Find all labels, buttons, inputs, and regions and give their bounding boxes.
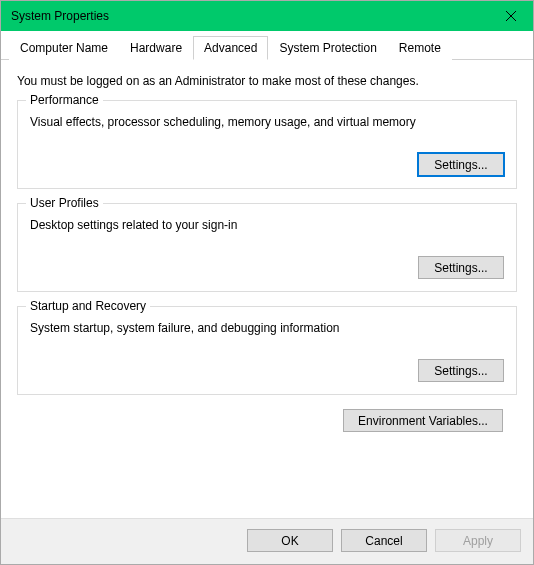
group-user-profiles-title: User Profiles xyxy=(26,196,103,210)
tab-hardware[interactable]: Hardware xyxy=(119,36,193,60)
performance-settings-button[interactable]: Settings... xyxy=(418,153,504,176)
tab-strip: Computer Name Hardware Advanced System P… xyxy=(1,31,533,60)
titlebar: System Properties xyxy=(1,1,533,31)
tab-advanced[interactable]: Advanced xyxy=(193,36,268,60)
tab-remote[interactable]: Remote xyxy=(388,36,452,60)
group-performance: Performance Visual effects, processor sc… xyxy=(17,100,517,189)
group-user-profiles: User Profiles Desktop settings related t… xyxy=(17,203,517,292)
close-icon xyxy=(506,11,516,21)
close-button[interactable] xyxy=(488,1,533,31)
apply-button[interactable]: Apply xyxy=(435,529,521,552)
group-startup-recovery-title: Startup and Recovery xyxy=(26,299,150,313)
window-title: System Properties xyxy=(11,9,109,23)
tab-content-advanced: You must be logged on as an Administrato… xyxy=(1,60,533,518)
group-user-profiles-desc: Desktop settings related to your sign-in xyxy=(30,218,504,232)
tab-computer-name[interactable]: Computer Name xyxy=(9,36,119,60)
environment-variables-button[interactable]: Environment Variables... xyxy=(343,409,503,432)
group-startup-recovery: Startup and Recovery System startup, sys… xyxy=(17,306,517,395)
group-startup-recovery-desc: System startup, system failure, and debu… xyxy=(30,321,504,335)
startup-recovery-settings-button[interactable]: Settings... xyxy=(418,359,504,382)
tab-system-protection[interactable]: System Protection xyxy=(268,36,387,60)
ok-button[interactable]: OK xyxy=(247,529,333,552)
intro-text: You must be logged on as an Administrato… xyxy=(17,74,517,88)
group-performance-title: Performance xyxy=(26,93,103,107)
user-profiles-settings-button[interactable]: Settings... xyxy=(418,256,504,279)
dialog-footer: OK Cancel Apply xyxy=(1,518,533,564)
group-performance-desc: Visual effects, processor scheduling, me… xyxy=(30,115,504,129)
cancel-button[interactable]: Cancel xyxy=(341,529,427,552)
